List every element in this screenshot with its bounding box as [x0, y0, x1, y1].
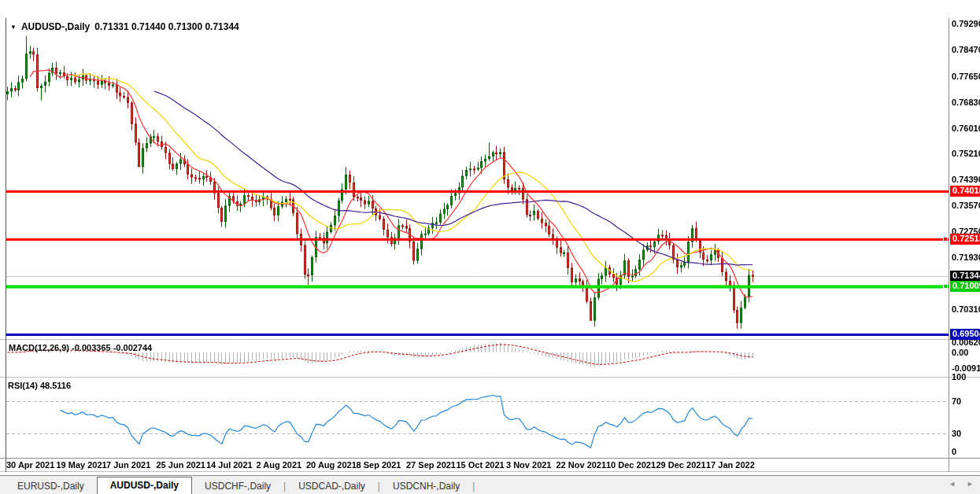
tab-separator: | [472, 478, 475, 494]
price-axis-tick: 0.71930 [952, 253, 980, 263]
price-chart-canvas[interactable] [0, 0, 980, 494]
rsi-indicator-label: RSI(14) 48.5116 [8, 381, 71, 390]
price-tag: 0.72513 [950, 234, 980, 245]
rsi-scale-label: 70 [952, 396, 961, 407]
date-axis-label: 30 Apr 2021 [6, 460, 54, 470]
date-axis-label: 20 Aug 2021 [306, 460, 357, 470]
line-handle[interactable] [943, 284, 948, 289]
chevron-down-icon: ▼ [10, 24, 17, 31]
date-axis-label: 22 Nov 2021 [557, 460, 607, 470]
price-axis-tick: 0.70310 [952, 304, 980, 315]
rsi-scale-label: 0 [952, 447, 956, 457]
price-tag: 0.74018 [950, 186, 980, 197]
price-tag: 0.69504 [950, 329, 980, 340]
date-axis-label: 29 Dec 2021 [656, 460, 706, 470]
price-tag: 0.71009 [950, 281, 980, 292]
chart-tab-bar: EURUSD-,DailyAUDUSD-,DailyUSDCHF-,Daily|… [0, 475, 980, 494]
tab-scroll-left-icon[interactable]: ◄ [949, 480, 956, 488]
chart-ohlc-values: 0.71331 0.71440 0.71300 0.71344 [94, 21, 239, 32]
tab-usdchf[interactable]: USDCHF-,Daily [192, 478, 283, 494]
tab-eurusd[interactable]: EURUSD-,Daily [5, 478, 97, 494]
date-axis-label: 7 Jun 2021 [106, 460, 150, 470]
chart-title: AUDUSD-,Daily [21, 21, 90, 32]
date-axis-label: 2 Aug 2021 [257, 460, 302, 470]
date-axis-label: 17 Jan 2022 [706, 460, 755, 470]
date-axis-label: 15 Oct 2021 [457, 460, 505, 470]
date-axis-label: 19 May 2021 [57, 460, 107, 470]
tab-usdcad[interactable]: USDCAD-,Daily [286, 478, 378, 494]
date-axis-label: 27 Sep 2021 [406, 460, 456, 470]
price-axis-tick: 0.75210 [952, 149, 980, 159]
price-axis-tick: 0.79290 [952, 19, 980, 29]
date-axis-label: 25 Jun 2021 [157, 460, 205, 470]
line-handle[interactable] [943, 237, 948, 241]
date-axis-label: 10 Dec 2021 [606, 460, 656, 470]
tab-audusd[interactable]: AUDUSD-,Daily [97, 477, 192, 494]
price-axis-tick: 0.74390 [952, 175, 980, 185]
tab-usdcnh[interactable]: USDCNH-,Daily [380, 478, 472, 494]
macd-indicator-label: MACD(12,26,9) -0.003365 -0.002744 [9, 343, 152, 352]
date-axis-label: 14 Jul 2021 [206, 460, 253, 470]
price-tag: 0.71344 [950, 271, 980, 282]
date-axis-label: 8 Sep 2021 [357, 460, 401, 470]
price-axis-tick: 0.73570 [952, 201, 980, 211]
price-axis-tick: 0.78470 [952, 45, 980, 55]
price-axis-tick: 0.76830 [952, 98, 980, 108]
date-axis-label: 3 Nov 2021 [506, 460, 551, 470]
price-axis-tick: 0.76010 [952, 124, 980, 134]
tab-scrollbar: ◄ ► [949, 480, 974, 488]
rsi-scale-label: 100 [952, 372, 966, 382]
price-axis-tick: 0.77650 [952, 72, 980, 82]
chart-title-row[interactable]: ▼ AUDUSD-,Daily 0.71331 0.71440 0.71300 … [10, 21, 239, 32]
tab-scroll-right-icon[interactable]: ► [967, 480, 974, 488]
macd-scale-label: 0.00 [952, 348, 968, 358]
rsi-scale-label: 30 [952, 429, 961, 439]
